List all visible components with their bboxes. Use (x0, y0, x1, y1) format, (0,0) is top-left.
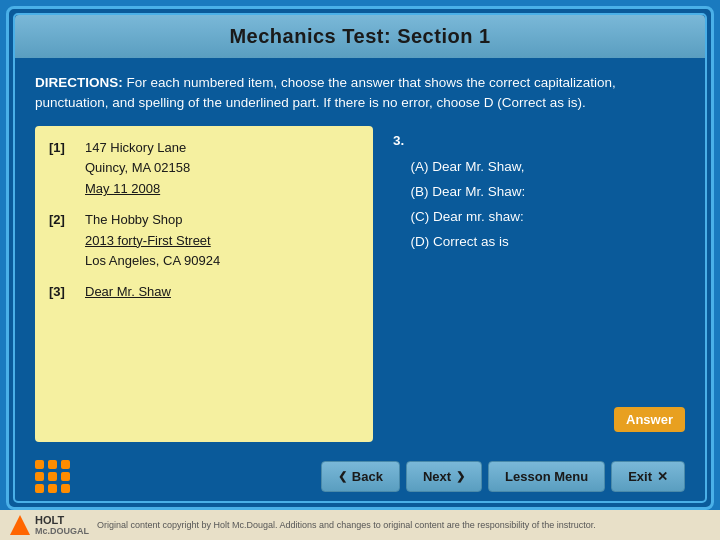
next-chevron-icon: ❯ (456, 470, 465, 483)
copyright-text: Original content copyright by Holt Mc.Do… (97, 520, 596, 530)
exit-button[interactable]: Exit ✕ (611, 461, 685, 492)
dot-1 (35, 460, 44, 469)
item-1-text: 147 Hickory Lane Quincy, MA 02158 May 11… (85, 138, 359, 200)
item-2-underline: 2013 forty-First Street (85, 233, 211, 248)
item-3-number: [3] (49, 282, 77, 303)
choice-a: (A) Dear Mr. Shaw, (403, 156, 685, 179)
item-2-number: [2] (49, 210, 77, 272)
right-panel: 3. (A) Dear Mr. Shaw, (B) Dear Mr. Shaw:… (393, 126, 685, 443)
lesson-menu-label: Lesson Menu (505, 469, 588, 484)
holt-logo-icon (10, 515, 30, 535)
item-1-number: [1] (49, 138, 77, 200)
item-3-row: [3] Dear Mr. Shaw (49, 282, 359, 303)
right-question-number: 3. (393, 130, 685, 153)
item-3-text: Dear Mr. Shaw (85, 282, 359, 303)
dot-3 (61, 460, 70, 469)
item-2-text: The Hobby Shop 2013 forty-First Street L… (85, 210, 359, 272)
directions-label: DIRECTIONS: (35, 75, 123, 90)
exit-x-icon: ✕ (657, 469, 668, 484)
question-item-2: [2] The Hobby Shop 2013 forty-First Stre… (49, 210, 359, 272)
lesson-menu-button[interactable]: Lesson Menu (488, 461, 605, 492)
dot-7 (35, 484, 44, 493)
dot-9 (61, 484, 70, 493)
next-button[interactable]: Next ❯ (406, 461, 482, 492)
holt-brand: HOLT Mc.DOUGAL (35, 514, 89, 536)
holt-brand-sub: Mc.DOUGAL (35, 526, 89, 536)
dot-8 (48, 484, 57, 493)
directions-text: For each numbered item, choose the answe… (35, 75, 616, 110)
choice-d: (D) Correct as is (403, 231, 685, 254)
item-3-underline: Dear Mr. Shaw (85, 284, 171, 299)
left-panel: [1] 147 Hickory Lane Quincy, MA 02158 Ma… (35, 126, 373, 443)
choice-c: (C) Dear mr. shaw: (403, 206, 685, 229)
choices-list: (A) Dear Mr. Shaw, (B) Dear Mr. Shaw: (C… (393, 156, 685, 254)
dot-4 (35, 472, 44, 481)
content-area: DIRECTIONS: For each numbered item, choo… (15, 58, 705, 452)
question-item-1: [1] 147 Hickory Lane Quincy, MA 02158 Ma… (49, 138, 359, 200)
main-content: [1] 147 Hickory Lane Quincy, MA 02158 Ma… (35, 126, 685, 443)
dot-2 (48, 460, 57, 469)
nav-buttons: ❮ Back Next ❯ Lesson Menu Exit ✕ (321, 461, 685, 492)
bottom-bar: HOLT Mc.DOUGAL Original content copyrigh… (0, 510, 720, 540)
back-label: Back (352, 469, 383, 484)
dot-5 (48, 472, 57, 481)
directions: DIRECTIONS: For each numbered item, choo… (35, 73, 685, 114)
back-chevron-icon: ❮ (338, 470, 347, 483)
dot-6 (61, 472, 70, 481)
exit-label: Exit (628, 469, 652, 484)
question-item-3: [3] Dear Mr. Shaw (49, 282, 359, 303)
answer-button[interactable]: Answer (614, 407, 685, 432)
back-button[interactable]: ❮ Back (321, 461, 400, 492)
holt-brand-name: HOLT (35, 514, 89, 526)
holt-logo: HOLT Mc.DOUGAL (10, 514, 89, 536)
item-2-row: [2] The Hobby Shop 2013 forty-First Stre… (49, 210, 359, 272)
item-1-underline: May 11 2008 (85, 181, 160, 196)
choice-b: (B) Dear Mr. Shaw: (403, 181, 685, 204)
page-title: Mechanics Test: Section 1 (35, 25, 685, 48)
footer-nav: ❮ Back Next ❯ Lesson Menu Exit ✕ (15, 452, 705, 501)
nav-left (35, 460, 71, 493)
item-1-row: [1] 147 Hickory Lane Quincy, MA 02158 Ma… (49, 138, 359, 200)
next-label: Next (423, 469, 451, 484)
dots-grid (35, 460, 71, 493)
title-bar: Mechanics Test: Section 1 (15, 15, 705, 58)
